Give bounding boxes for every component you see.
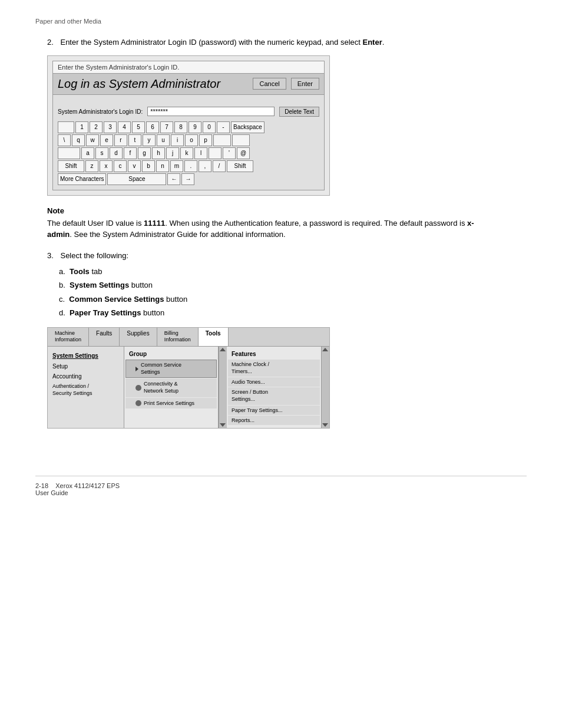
key-a[interactable]: a	[81, 147, 94, 159]
key-slash[interactable]: /	[213, 160, 226, 172]
key-p[interactable]: p	[199, 134, 212, 146]
tab-billing-information[interactable]: BillingInformation	[157, 328, 199, 346]
group-label-print: Print Service Settings	[144, 400, 194, 406]
key-k[interactable]: k	[180, 147, 193, 159]
sub-step-c: c. Common Service Settings button	[59, 292, 527, 306]
key-3[interactable]: 3	[104, 121, 117, 133]
key-dash[interactable]: -	[217, 121, 230, 133]
ui-sidebar: System Settings Setup Accounting Authent…	[48, 347, 124, 428]
key-more-characters[interactable]: More Characters	[58, 173, 106, 185]
feature-paper-tray[interactable]: Paper Tray Settings...	[228, 406, 320, 415]
key-1[interactable]: 1	[75, 121, 88, 133]
key-at[interactable]: @	[237, 147, 250, 159]
key-z[interactable]: z	[85, 160, 98, 172]
key-6[interactable]: 6	[146, 121, 159, 133]
key-n[interactable]: n	[156, 160, 169, 172]
tab-bar: MachineInformation Faults Supplies Billi…	[48, 328, 329, 347]
key-right-arrow[interactable]: →	[181, 173, 194, 185]
enter-button[interactable]: Enter	[291, 78, 319, 90]
login-id-value: *******	[147, 107, 275, 116]
key-2[interactable]: 2	[90, 121, 103, 133]
login-screenshot: Enter the System Administrator's Login I…	[47, 55, 330, 196]
key-x[interactable]: x	[100, 160, 113, 172]
key-d[interactable]: d	[110, 147, 123, 159]
key-blank-r2[interactable]	[232, 134, 250, 146]
key-q[interactable]: q	[72, 134, 85, 146]
delete-text-button[interactable]: Delete Text	[279, 107, 319, 117]
key-0[interactable]: 0	[203, 121, 216, 133]
step2-text: 2. Enter the System Administrator Login …	[47, 37, 527, 48]
group-scroll-up[interactable]	[220, 348, 226, 351]
key-h[interactable]: h	[152, 147, 165, 159]
cancel-button[interactable]: Cancel	[253, 78, 286, 90]
feature-machine-clock[interactable]: Machine Clock /Timers...	[228, 360, 320, 377]
sub-step-d: d. Paper Tray Settings button	[59, 306, 527, 319]
features-scroll-down[interactable]	[322, 423, 328, 427]
key-period[interactable]: .	[184, 160, 197, 172]
group-scrollbar[interactable]	[219, 347, 227, 428]
key-j[interactable]: j	[166, 147, 179, 159]
key-backspace[interactable]: Backspace	[231, 121, 265, 133]
key-l[interactable]: l	[194, 147, 207, 159]
key-5[interactable]: 5	[132, 121, 145, 133]
key-e[interactable]: e	[100, 134, 113, 146]
key-u[interactable]: u	[157, 134, 170, 146]
sidebar-item-setup[interactable]: Setup	[48, 361, 124, 371]
tab-supplies[interactable]: Supplies	[120, 328, 157, 346]
sidebar-item-auth-security[interactable]: Authentication /Security Settings	[48, 381, 124, 398]
key-7[interactable]: 7	[160, 121, 173, 133]
key-9[interactable]: 9	[189, 121, 201, 133]
feature-audio-tones[interactable]: Audio Tones...	[228, 377, 320, 387]
key-row-3: a s d f g h j k l ' @	[58, 147, 319, 159]
key-b[interactable]: b	[142, 160, 155, 172]
key-y[interactable]: y	[143, 134, 156, 146]
key-o[interactable]: o	[185, 134, 198, 146]
key-blank-r1[interactable]	[213, 134, 231, 146]
key-shift-right[interactable]: Shift	[227, 160, 253, 172]
key-comma[interactable]: ,	[199, 160, 211, 172]
key-row-4: Shift z x c v b n m . , / Shift	[58, 160, 319, 172]
tab-tools[interactable]: Tools	[199, 328, 229, 346]
sidebar-title: System Settings	[48, 350, 124, 361]
screenshot-header: Enter the System Administrator's Login I…	[52, 61, 325, 74]
key-backslash[interactable]: \	[58, 134, 71, 146]
tab-machine-information[interactable]: MachineInformation	[48, 328, 89, 346]
key-shift-left[interactable]: Shift	[58, 160, 84, 172]
key-f[interactable]: f	[124, 147, 137, 159]
key-t[interactable]: t	[128, 134, 141, 146]
tab-faults[interactable]: Faults	[89, 328, 120, 346]
key-i[interactable]: i	[171, 134, 184, 146]
feature-reports[interactable]: Reports...	[228, 416, 320, 425]
key-space[interactable]: Space	[107, 173, 166, 185]
key-w[interactable]: w	[86, 134, 99, 146]
breadcrumb: Paper and other Media	[35, 18, 527, 25]
key-4[interactable]: 4	[118, 121, 131, 133]
footer-page: 2-18	[35, 482, 48, 489]
key-blank-al[interactable]	[209, 147, 222, 159]
key-blank-left[interactable]	[58, 121, 74, 133]
title-bar: Log in as System Administrator Cancel En…	[52, 74, 325, 95]
features-column: Features Machine Clock /Timers... Audio …	[227, 347, 321, 428]
key-v[interactable]: v	[128, 160, 141, 172]
key-g[interactable]: g	[138, 147, 151, 159]
key-8[interactable]: 8	[174, 121, 187, 133]
key-m[interactable]: m	[170, 160, 183, 172]
sidebar-item-accounting[interactable]: Accounting	[48, 371, 124, 381]
key-row-5: More Characters Space ← →	[58, 173, 319, 185]
features-scroll-up[interactable]	[322, 348, 328, 351]
login-id-row: System Administrator's Login ID: *******…	[58, 107, 319, 117]
group-column: Group Common ServiceSettings Connectivit…	[124, 347, 219, 428]
key-r[interactable]: r	[114, 134, 127, 146]
features-scrollbar[interactable]	[321, 347, 329, 428]
group-item-connectivity[interactable]: Connectivity &Network Setup	[125, 378, 217, 397]
key-c[interactable]: c	[114, 160, 127, 172]
key-left-arrow[interactable]: ←	[167, 173, 180, 185]
sub-step-a: a. Tools tab	[59, 265, 527, 278]
key-s[interactable]: s	[95, 147, 108, 159]
group-scroll-down[interactable]	[220, 423, 226, 427]
group-item-print-service[interactable]: Print Service Settings	[125, 398, 217, 409]
key-apostrophe[interactable]: '	[223, 147, 236, 159]
group-item-common-service[interactable]: Common ServiceSettings	[125, 360, 217, 378]
feature-screen-button[interactable]: Screen / ButtonSettings...	[228, 387, 320, 404]
key-blank-a[interactable]	[58, 147, 80, 159]
